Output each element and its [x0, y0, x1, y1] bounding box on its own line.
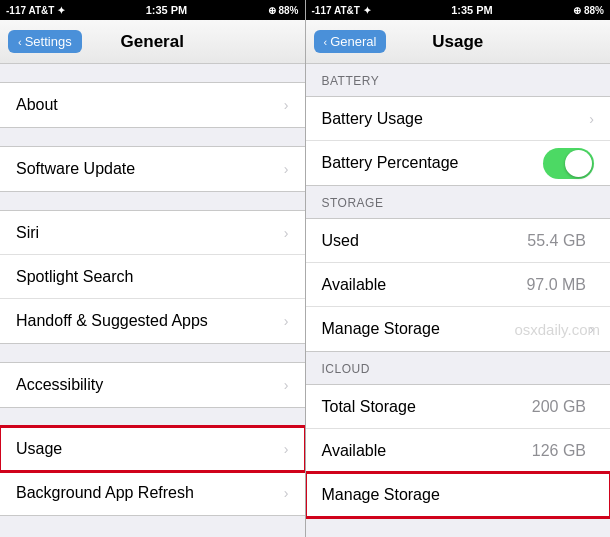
list-item-battery-usage[interactable]: Battery Usage ›: [306, 97, 611, 141]
siri-label: Siri: [16, 224, 284, 242]
list-item-about[interactable]: About ›: [0, 83, 305, 127]
list-item-siri[interactable]: Siri ›: [0, 211, 305, 255]
icloud-group: Total Storage 200 GB Available 126 GB Ma…: [306, 384, 611, 518]
left-panel: -117 AT&T ✦ 1:35 PM ⊕ 88% ‹ Settings Gen…: [0, 0, 305, 537]
left-nav-bar: ‹ Settings General: [0, 20, 305, 64]
accessibility-label: Accessibility: [16, 376, 284, 394]
usage-label: Usage: [16, 440, 284, 458]
icloud-manage-storage-label: Manage Storage: [322, 486, 595, 504]
battery-section-header: BATTERY: [306, 64, 611, 96]
list-item-available: Available 97.0 MB: [306, 263, 611, 307]
software-update-label: Software Update: [16, 160, 284, 178]
battery-group: Battery Usage › Battery Percentage: [306, 96, 611, 186]
list-item-total-storage: Total Storage 200 GB: [306, 385, 611, 429]
left-group-usage: Usage › Background App Refresh ›: [0, 426, 305, 516]
left-nav-title: General: [121, 32, 184, 52]
list-item-usage[interactable]: Usage ›: [0, 427, 305, 471]
battery-percentage-label: Battery Percentage: [322, 154, 544, 172]
background-refresh-chevron: ›: [284, 485, 289, 501]
icloud-section-header: ICLOUD: [306, 352, 611, 384]
left-status-bar: -117 AT&T ✦ 1:35 PM ⊕ 88%: [0, 0, 305, 20]
list-item-used: Used 55.4 GB: [306, 219, 611, 263]
icloud-available-label: Available: [322, 442, 532, 460]
list-item-battery-percentage[interactable]: Battery Percentage: [306, 141, 611, 185]
usage-chevron: ›: [284, 441, 289, 457]
left-group-about: About ›: [0, 82, 305, 128]
left-back-chevron: ‹: [18, 36, 22, 48]
list-item-icloud-manage-storage[interactable]: Manage Storage: [306, 473, 611, 517]
software-update-chevron: ›: [284, 161, 289, 177]
total-storage-label: Total Storage: [322, 398, 532, 416]
background-refresh-label: Background App Refresh: [16, 484, 284, 502]
list-item-manage-storage[interactable]: Manage Storage osxdaily.com ›: [306, 307, 611, 351]
right-back-label: General: [330, 34, 376, 49]
battery-percentage-toggle[interactable]: [543, 148, 594, 179]
right-back-button[interactable]: ‹ General: [314, 30, 387, 53]
available-value: 97.0 MB: [526, 276, 586, 294]
storage-section-header: STORAGE: [306, 186, 611, 218]
accessibility-chevron: ›: [284, 377, 289, 393]
left-back-label: Settings: [25, 34, 72, 49]
list-item-software-update[interactable]: Software Update ›: [0, 147, 305, 191]
left-group-siri: Siri › Spotlight Search Handoff & Sugges…: [0, 210, 305, 344]
storage-group: Used 55.4 GB Available 97.0 MB Manage St…: [306, 218, 611, 352]
available-label: Available: [322, 276, 527, 294]
right-panel: -117 AT&T ✦ 1:35 PM ⊕ 88% ‹ General Usag…: [306, 0, 611, 537]
handoff-chevron: ›: [284, 313, 289, 329]
list-item-handoff[interactable]: Handoff & Suggested Apps ›: [0, 299, 305, 343]
icloud-available-value: 126 GB: [532, 442, 586, 460]
right-status-icons: ⊕ 88%: [573, 5, 604, 16]
left-back-button[interactable]: ‹ Settings: [8, 30, 82, 53]
list-item-accessibility[interactable]: Accessibility ›: [0, 363, 305, 407]
list-item-background-refresh[interactable]: Background App Refresh ›: [0, 471, 305, 515]
left-carrier: -117 AT&T ✦: [6, 5, 65, 16]
handoff-label: Handoff & Suggested Apps: [16, 312, 284, 330]
total-storage-value: 200 GB: [532, 398, 586, 416]
list-item-spotlight[interactable]: Spotlight Search: [0, 255, 305, 299]
left-group-accessibility: Accessibility ›: [0, 362, 305, 408]
left-status-icons: ⊕ 88%: [268, 5, 299, 16]
manage-storage-label: Manage Storage: [322, 320, 590, 338]
right-nav-title: Usage: [432, 32, 483, 52]
siri-chevron: ›: [284, 225, 289, 241]
right-nav-bar: ‹ General Usage: [306, 20, 611, 64]
left-group-software: Software Update ›: [0, 146, 305, 192]
battery-usage-label: Battery Usage: [322, 110, 590, 128]
used-value: 55.4 GB: [527, 232, 586, 250]
used-label: Used: [322, 232, 528, 250]
about-chevron: ›: [284, 97, 289, 113]
list-item-icloud-available: Available 126 GB: [306, 429, 611, 473]
right-status-bar: -117 AT&T ✦ 1:35 PM ⊕ 88%: [306, 0, 611, 20]
manage-storage-chevron: ›: [589, 321, 594, 337]
about-label: About: [16, 96, 284, 114]
spotlight-label: Spotlight Search: [16, 268, 289, 286]
right-carrier: -117 AT&T ✦: [312, 5, 371, 16]
left-time: 1:35 PM: [146, 4, 188, 16]
left-scroll-area: About › Software Update › Siri › Spotlig…: [0, 64, 305, 537]
right-scroll-area: BATTERY Battery Usage › Battery Percenta…: [306, 64, 611, 537]
right-time: 1:35 PM: [451, 4, 493, 16]
battery-usage-chevron: ›: [589, 111, 594, 127]
right-back-chevron: ‹: [324, 36, 328, 48]
